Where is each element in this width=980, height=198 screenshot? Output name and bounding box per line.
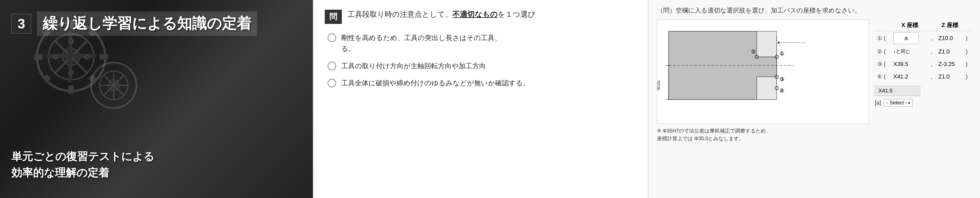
row-3-sep: ,: [929, 58, 936, 70]
diagram-content: Φ35 ① ② ③ ④: [657, 20, 972, 142]
diagram-svg-container: Φ35 ① ② ③ ④: [657, 20, 869, 124]
answer-row: [a] - Select - ▾: [875, 99, 972, 107]
row-4-idx: ④ (: [875, 70, 891, 83]
right-section: （問）空欄に入る適切な選択肢を選び、加工パスの座標を求めなさい。: [648, 0, 980, 198]
quiz-question-text: 工具段取り時の注意点として、不適切なものを１つ選び: [347, 8, 636, 21]
col-x-header: X 座標: [891, 20, 928, 31]
svg-rect-13: [43, 74, 51, 82]
answer-label: [a]: [875, 99, 881, 106]
select-label: - Select -: [886, 100, 907, 106]
svg-text:②: ②: [751, 49, 756, 54]
svg-text:④: ④: [780, 88, 784, 94]
select-dropdown[interactable]: - Select - ▾: [884, 99, 913, 107]
diagram-note: ※ Φ35H7の寸法公差は摩耗補正で調整するため、 座標計算上では Φ35.0と…: [657, 127, 869, 142]
bottom-text-box: 単元ごとの復習テストによる 効率的な理解の定着: [11, 148, 154, 181]
bottom-text-line2: 効率的な理解の定着: [11, 165, 154, 181]
svg-text:③: ③: [780, 77, 784, 82]
row-2-x: ↓と同じ: [891, 45, 928, 58]
emphasis-text: 不適切なもの: [452, 10, 498, 19]
section-title: 繰り返し学習による知識の定着: [37, 11, 257, 36]
row-1-idx: ① (: [875, 31, 891, 46]
option-3-text: 工具全体に破損や締め付けのゆるみなどが無いか確認する。: [341, 78, 530, 88]
table-row: ③ ( X39.5 , Z-3.25 ): [875, 58, 972, 70]
svg-rect-9: [34, 54, 43, 60]
svg-point-19: [53, 54, 58, 59]
svg-rect-8: [68, 85, 74, 94]
quiz-question-row: 問 工具段取り時の注意点として、不適切なものを１つ選び: [325, 8, 636, 24]
table-row: ② ( ↓と同じ , Z1.0 ): [875, 45, 972, 58]
svg-text:①: ①: [780, 51, 784, 57]
radio-1[interactable]: [328, 34, 336, 42]
coords-table: X 座標 Z 座標 ① ( a , Z10.0 ): [875, 20, 972, 83]
row-4-z: Z1.0: [936, 70, 963, 83]
table-row: ① ( a , Z10.0 ): [875, 31, 972, 46]
quiz-label: 問: [325, 10, 342, 24]
note-line2: 座標計算上では Φ35.0とみなします。: [657, 136, 744, 141]
bottom-text-line1: 単元ごとの復習テストによる: [11, 148, 154, 165]
row-1-sep: ,: [929, 31, 936, 46]
quiz-options: 剛性を高めるため、工具の突出し長さはその工具、る。 工具の取り付け方向が主軸回転…: [325, 32, 636, 89]
machining-diagram: Φ35 ① ② ③ ④: [657, 20, 834, 122]
row-1-z: Z10.0: [936, 31, 963, 46]
gear-decoration-2: [85, 57, 142, 114]
badge-number: 3: [11, 14, 31, 34]
row-1-x[interactable]: a: [891, 31, 928, 46]
row-2-sep: ,: [929, 45, 936, 58]
dropdown-option-x415[interactable]: X41.5: [875, 86, 920, 96]
svg-rect-31: [757, 77, 777, 99]
diagram-question-header: （問）空欄に入る適切な選択肢を選び、加工パスの座標を求めなさい。: [657, 6, 972, 15]
quiz-option-1[interactable]: 剛性を高めるため、工具の突出し長さはその工具、る。: [328, 32, 636, 54]
row-3-x: X39.5: [891, 58, 928, 70]
svg-point-18: [69, 70, 73, 75]
row-1-close: ): [964, 31, 972, 46]
option-2-text: 工具の取り付け方向が主軸回転方向や加工方向: [341, 61, 486, 72]
row-3-z: Z-3.25: [936, 58, 963, 70]
coords-table-wrapper: X 座標 Z 座標 ① ( a , Z10.0 ): [875, 20, 972, 107]
table-row: ④ ( X41.2 , Z1.0 ): [875, 70, 972, 83]
diagram-left: Φ35 ① ② ③ ④: [657, 20, 869, 142]
svg-point-17: [69, 39, 73, 43]
dropdown-popup: X41.5: [875, 86, 920, 96]
row-4-sep: ,: [929, 70, 936, 83]
chevron-down-icon: ▾: [908, 101, 910, 105]
radio-2[interactable]: [328, 62, 336, 70]
radio-3[interactable]: [328, 79, 336, 87]
quiz-option-3[interactable]: 工具全体に破損や締め付けのゆるみなどが無いか確認する。: [328, 78, 636, 88]
left-section: 3 繰り返し学習による知識の定着 単元ごとの復習テストによる 効率的な理解の定着: [0, 0, 313, 198]
note-line1: ※ Φ35H7の寸法公差は摩耗補正で調整するため、: [657, 128, 771, 134]
middle-section: 問 工具段取り時の注意点として、不適切なものを１つ選び 剛性を高めるため、工具の…: [313, 0, 648, 198]
row-3-close: ): [964, 58, 972, 70]
row-4-x: X41.2: [891, 70, 928, 83]
row-4-close: ): [964, 70, 972, 83]
col-z-header: Z 座標: [936, 20, 963, 31]
row-3-idx: ③ (: [875, 58, 891, 70]
row-2-idx: ② (: [875, 45, 891, 58]
header-badge: 3 繰り返し学習による知識の定着: [11, 11, 257, 36]
svg-text:Φ35: Φ35: [657, 80, 661, 90]
row-2-z: Z1.0: [936, 45, 963, 58]
svg-rect-30: [757, 31, 777, 57]
option-1-text: 剛性を高めるため、工具の突出し長さはその工具、る。: [341, 32, 501, 54]
quiz-option-2[interactable]: 工具の取り付け方向が主軸回転方向や加工方向: [328, 61, 636, 72]
x-input-1[interactable]: a: [893, 32, 919, 44]
row-2-close: ): [964, 45, 972, 58]
